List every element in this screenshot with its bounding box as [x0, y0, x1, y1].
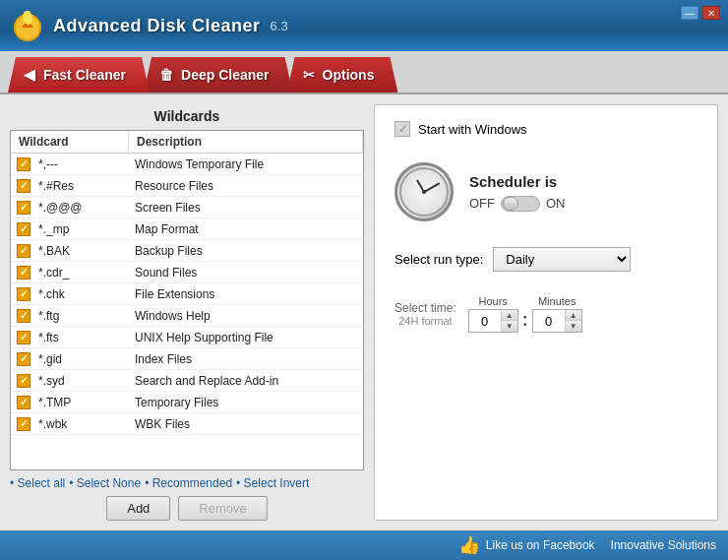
table-row: *.chk File Extensions — [11, 283, 363, 305]
select-time-text: Select time: — [394, 301, 456, 315]
wildcard-cell: *.fts — [11, 329, 129, 346]
add-button[interactable]: Add — [106, 496, 170, 521]
row-checkbox-7[interactable] — [17, 309, 30, 323]
facebook-icon: 👍 — [458, 534, 480, 556]
description-cell: WBK Files — [129, 415, 363, 433]
description-cell: Temporary Files — [129, 394, 363, 411]
row-checkbox-1[interactable] — [17, 179, 30, 193]
toggle-on-label: ON — [546, 196, 566, 211]
scheduler-section: Scheduler is OFF ON — [394, 153, 698, 231]
minutes-spinner: ▲ ▼ — [532, 309, 582, 333]
row-checkbox-0[interactable] — [17, 157, 30, 171]
close-button[interactable]: ✕ — [702, 6, 720, 20]
row-checkbox-6[interactable] — [17, 287, 30, 301]
window-controls: — ✕ — [681, 6, 720, 20]
facebook-link[interactable]: 👍 Like us on Facebook — [458, 534, 595, 556]
run-type-select[interactable]: Daily Weekly Monthly — [493, 247, 631, 272]
facebook-label: Like us on Facebook — [486, 538, 595, 552]
time-format-text: 24H format — [394, 315, 456, 327]
minutes-col: Minutes ▲ ▼ — [532, 295, 582, 333]
svg-point-3 — [25, 11, 30, 17]
select-none-link[interactable]: • Select None — [69, 476, 141, 490]
clock-icon — [394, 162, 454, 221]
table-row: *._mp Map Format — [11, 218, 363, 240]
scheduler-toggle[interactable] — [501, 196, 540, 212]
start-windows-row: Start with Windows — [394, 121, 698, 137]
time-section: Select time: 24H format Hours ▲ ▼ : — [394, 295, 698, 333]
row-checkbox-2[interactable] — [17, 201, 30, 215]
status-bar: 👍 Like us on Facebook Innovative Solutio… — [0, 530, 728, 560]
description-cell: Index Files — [129, 350, 363, 368]
run-type-row: Select run type: Daily Weekly Monthly — [394, 247, 698, 272]
links-row: • Select all • Select None • Recommended… — [10, 470, 364, 492]
row-checkbox-9[interactable] — [17, 352, 30, 366]
row-checkbox-4[interactable] — [17, 244, 30, 258]
recommended-link[interactable]: • Recommended — [145, 476, 232, 490]
tab-fast-cleaner[interactable]: ◀ Fast Cleaner — [8, 57, 150, 93]
row-checkbox-8[interactable] — [17, 331, 30, 344]
wildcards-table: Wildcard Description *,--- Windows Tempo… — [10, 130, 364, 470]
wildcard-cell: *.gid — [11, 350, 129, 368]
table-body[interactable]: *,--- Windows Temporary File *.#Res Reso… — [11, 154, 363, 467]
row-checkbox-11[interactable] — [17, 396, 30, 409]
minimize-button[interactable]: — — [681, 6, 698, 20]
buttons-row: Add Remove — [10, 492, 364, 521]
select-all-link[interactable]: • Select all — [10, 476, 65, 490]
toggle-thumb — [503, 197, 518, 211]
scheduler-info: Scheduler is OFF ON — [469, 173, 566, 212]
wildcards-title: Wildcards — [10, 104, 364, 130]
hours-spinner: ▲ ▼ — [468, 309, 518, 333]
tab-bar: ◀ Fast Cleaner 🗑 Deep Cleaner ✂ Options — [0, 51, 728, 94]
description-cell: Sound Files — [129, 264, 363, 281]
header-wildcard: Wildcard — [11, 131, 129, 153]
clock-face — [399, 167, 449, 217]
tab-deep-cleaner-label: Deep Cleaner — [181, 67, 269, 83]
wildcard-cell: *.syd — [11, 372, 129, 390]
tab-deep-cleaner[interactable]: 🗑 Deep Cleaner — [144, 57, 292, 93]
table-row: *.cdr_ Sound Files — [11, 262, 363, 283]
description-cell: Map Format — [129, 220, 363, 238]
hours-down-button[interactable]: ▼ — [502, 321, 517, 332]
minutes-label: Minutes — [538, 295, 576, 307]
wildcard-cell: *.ftg — [11, 307, 129, 325]
row-checkbox-12[interactable] — [17, 417, 30, 431]
wildcard-cell: *.wbk — [11, 415, 129, 433]
app-icon — [10, 8, 45, 43]
select-invert-link[interactable]: • Select Invert — [236, 476, 309, 490]
run-type-label: Select run type: — [394, 252, 483, 267]
remove-button[interactable]: Remove — [178, 496, 267, 521]
wildcard-cell: *.#Res — [11, 177, 129, 195]
app-version: 6.3 — [271, 19, 288, 33]
clock-center — [422, 190, 426, 194]
table-row: *.fts UNIX Help Supporting File — [11, 327, 363, 348]
minutes-up-button[interactable]: ▲ — [566, 310, 581, 321]
description-cell: UNIX Help Supporting File — [129, 329, 363, 346]
main-content: Wildcards Wildcard Description *,--- Win… — [0, 94, 728, 530]
time-separator: : — [522, 310, 528, 331]
wildcard-cell: *,--- — [11, 156, 129, 173]
row-checkbox-3[interactable] — [17, 222, 30, 236]
wildcard-cell: *.cdr_ — [11, 264, 129, 281]
table-row: *,--- Windows Temporary File — [11, 154, 363, 175]
row-checkbox-5[interactable] — [17, 266, 30, 280]
title-bar: Advanced Disk Cleaner 6.3 — ✕ — [0, 0, 728, 51]
fast-cleaner-icon: ◀ — [24, 66, 35, 84]
minutes-input[interactable] — [533, 310, 565, 332]
hours-input[interactable] — [469, 310, 501, 332]
hours-spinner-btns: ▲ ▼ — [501, 310, 517, 332]
start-windows-label: Start with Windows — [418, 122, 527, 137]
left-panel: Wildcards Wildcard Description *,--- Win… — [10, 104, 364, 521]
start-windows-checkbox[interactable] — [394, 121, 410, 137]
wildcard-cell: *.BAK — [11, 242, 129, 260]
right-panel: Start with Windows Scheduler is OFF ON — [374, 104, 718, 521]
tab-options-label: Options — [323, 67, 375, 83]
hours-col: Hours ▲ ▼ — [468, 295, 518, 333]
wildcard-cell: *.@@@ — [11, 199, 129, 217]
hours-up-button[interactable]: ▲ — [502, 310, 517, 321]
row-checkbox-10[interactable] — [17, 374, 30, 388]
tab-options[interactable]: ✂ Options — [287, 57, 398, 93]
options-icon: ✂ — [303, 67, 315, 83]
minutes-down-button[interactable]: ▼ — [566, 321, 581, 332]
time-label: Select time: 24H format — [394, 301, 456, 327]
description-cell: Backup Files — [129, 242, 363, 260]
